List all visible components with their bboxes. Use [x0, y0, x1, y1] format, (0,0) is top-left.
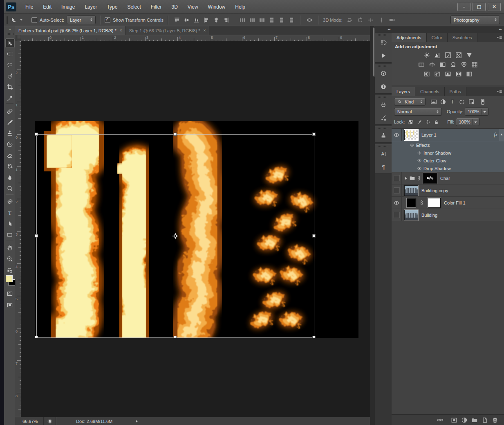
options-grip[interactable] — [6, 16, 8, 24]
3d-slide-icon[interactable] — [377, 16, 386, 24]
dodge-tool[interactable] — [5, 184, 14, 193]
new-group-icon[interactable] — [471, 417, 478, 423]
minimize-button[interactable]: – — [457, 3, 470, 11]
effect-visibility-toggle[interactable] — [415, 164, 423, 172]
layer-row-color-fill-1[interactable]: Color Fill 1 — [392, 197, 504, 209]
effect-row-inner-shadow[interactable]: Inner Shadow — [392, 149, 504, 157]
panel-menu-icon[interactable] — [496, 89, 502, 95]
effect-row-drop-shadow[interactable]: Drop Shadow — [392, 164, 504, 172]
distribute-bottom-edges-icon[interactable] — [258, 16, 267, 24]
panel-group-grip[interactable] — [375, 64, 392, 67]
menu-image[interactable]: Image — [56, 0, 80, 13]
channel-mixer-adjustment-icon[interactable] — [459, 61, 468, 68]
new-adjustment-icon[interactable] — [461, 417, 468, 423]
doc-size-info[interactable]: Doc: 2.69M/11.6M — [56, 419, 132, 424]
selective-color-adjustment-icon[interactable] — [465, 70, 473, 78]
layer-row-building-copy[interactable]: Building copy — [392, 184, 504, 197]
lock-all-icon[interactable] — [433, 119, 440, 125]
swap-colors-icon[interactable] — [5, 265, 14, 274]
fill-input[interactable]: 100% — [456, 118, 479, 126]
blur-tool[interactable] — [5, 173, 14, 182]
filter-type-icon[interactable]: T — [448, 98, 457, 106]
blend-mode-dropdown[interactable]: Normal — [394, 108, 442, 116]
eraser-tool[interactable] — [5, 151, 14, 160]
menu-edit[interactable]: Edit — [38, 0, 56, 13]
fill-color-thumbnail[interactable] — [407, 198, 416, 207]
close-button[interactable]: ✕ — [488, 3, 501, 11]
panel-group-grip[interactable] — [375, 144, 392, 147]
lock-position-icon[interactable] — [424, 119, 431, 125]
menu-help[interactable]: Help — [230, 0, 250, 13]
panel-group-grip[interactable] — [375, 95, 392, 98]
menu-filter[interactable]: Filter — [146, 0, 167, 13]
3d-pan-icon[interactable] — [366, 16, 375, 24]
menu-window[interactable]: Window — [203, 0, 231, 13]
panel-menu-icon[interactable] — [496, 35, 502, 41]
layer-thumbnail[interactable] — [404, 210, 418, 220]
clone-stamp-tool[interactable] — [5, 129, 14, 137]
exposure-adjustment-icon[interactable] — [454, 52, 463, 59]
filter-adjustment-icon[interactable] — [439, 98, 447, 106]
toolbar-collapse-icon[interactable]: » — [4, 26, 15, 31]
3d-camera-icon[interactable] — [388, 16, 396, 24]
curves-adjustment-icon[interactable] — [444, 52, 452, 59]
filter-image-icon[interactable] — [430, 98, 438, 106]
distribute-left-edges-icon[interactable] — [267, 16, 276, 24]
align-left-edges-icon[interactable] — [202, 16, 211, 24]
rectangular-marquee-tool[interactable] — [5, 49, 14, 58]
brightness-contrast-adjustment-icon[interactable] — [422, 52, 431, 59]
fill-dropdown-icon[interactable] — [473, 119, 478, 125]
distribute-vertical-centers-icon[interactable] — [248, 16, 257, 24]
document-tab-1[interactable]: Embers Tutorial.psd @ 66.7% (Layer 1, RG… — [15, 26, 126, 35]
history-panel-icon[interactable] — [375, 36, 392, 49]
quick-mask-button[interactable] — [5, 289, 14, 298]
filter-shape-icon[interactable] — [458, 98, 466, 106]
character-panel-icon[interactable]: A — [375, 147, 392, 160]
vibrance-adjustment-icon[interactable] — [465, 52, 473, 59]
menu-select[interactable]: Select — [122, 0, 146, 13]
menu-3d[interactable]: 3D — [166, 0, 182, 13]
tab-channels[interactable]: Channels — [415, 87, 444, 96]
gradient-map-adjustment-icon[interactable] — [454, 70, 463, 78]
lasso-tool[interactable] — [5, 61, 14, 69]
distribute-top-edges-icon[interactable] — [238, 16, 247, 24]
spot-healing-brush-tool[interactable] — [5, 107, 14, 115]
menu-layer[interactable]: Layer — [80, 0, 102, 13]
expand-triangle-icon[interactable] — [403, 176, 408, 181]
menu-view[interactable]: View — [183, 0, 203, 13]
eyedropper-tool[interactable] — [5, 94, 14, 102]
effect-visibility-toggle[interactable] — [415, 149, 423, 157]
3d-roll-icon[interactable] — [356, 16, 365, 24]
distribute-horizontal-centers-icon[interactable] — [277, 16, 286, 24]
actions-panel-icon[interactable] — [375, 49, 392, 62]
tab-color[interactable]: Color — [427, 33, 448, 42]
distribute-spacing-icon[interactable] — [305, 16, 314, 24]
align-right-edges-icon[interactable] — [222, 16, 231, 24]
hue-saturation-adjustment-icon[interactable] — [417, 61, 426, 68]
filter-smart-icon[interactable] — [467, 98, 475, 106]
history-brush-tool[interactable] — [5, 140, 14, 148]
type-tool[interactable]: T — [5, 208, 14, 217]
brush-presets-panel-icon[interactable] — [375, 98, 392, 111]
new-layer-icon[interactable] — [482, 417, 488, 423]
lock-transparent-icon[interactable] — [407, 119, 414, 125]
tab-swatches[interactable]: Swatches — [448, 33, 477, 42]
distribute-right-edges-icon[interactable] — [287, 16, 296, 24]
threshold-adjustment-icon[interactable] — [444, 70, 452, 78]
document-profile-icon[interactable] — [44, 418, 56, 424]
visibility-toggle[interactable] — [392, 129, 402, 141]
layer-thumbnail[interactable] — [423, 173, 437, 184]
posterize-adjustment-icon[interactable] — [433, 70, 441, 78]
paragraph-panel-icon[interactable]: ¶ — [375, 160, 392, 173]
tab-close-icon[interactable]: × — [120, 28, 122, 33]
layers-scrollbar-up[interactable]: ▲ — [499, 129, 504, 141]
effect-visibility-toggle[interactable] — [408, 141, 416, 149]
add-mask-icon[interactable] — [451, 417, 457, 423]
layer-thumbnail[interactable] — [404, 185, 418, 196]
info-panel-icon[interactable] — [375, 80, 392, 93]
pen-tool[interactable] — [5, 197, 14, 206]
layer-mask-thumbnail[interactable] — [428, 198, 441, 208]
invert-adjustment-icon[interactable] — [422, 70, 431, 78]
auto-select-target-dropdown[interactable]: Layer — [67, 16, 96, 24]
layer-filter-kind-dropdown[interactable]: Kind — [394, 98, 426, 106]
